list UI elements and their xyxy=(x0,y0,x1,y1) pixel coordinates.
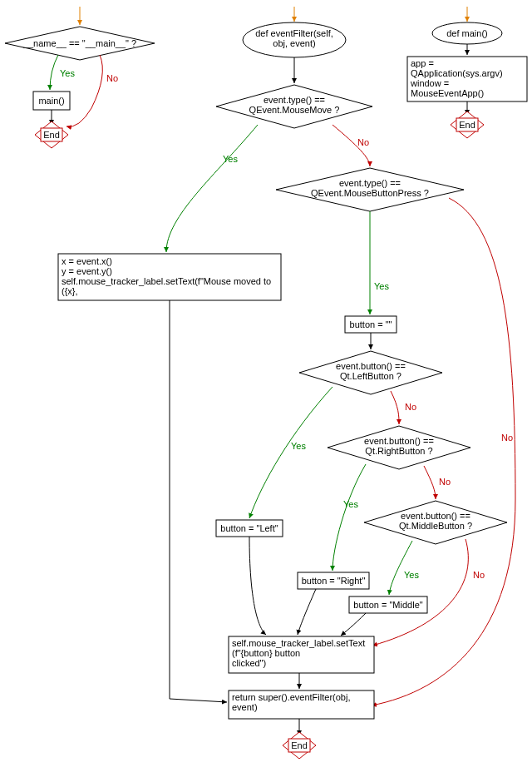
edge-mm-yes xyxy=(166,125,258,252)
edge-br-set xyxy=(298,589,316,635)
settext-text: self.mouse_tracker_label.setText (f"{but… xyxy=(232,638,371,668)
edge-label-no: No xyxy=(106,73,118,83)
process-body-text: app = QApplication(sys.argv) window = Mo… xyxy=(411,58,524,100)
edge-move-ret xyxy=(170,300,227,702)
edge-mid-no xyxy=(372,539,468,646)
btn-left-text: button = "Left" xyxy=(220,523,278,533)
edge-mbp-no-label: No xyxy=(501,433,513,443)
edge-mbp-yes-label: Yes xyxy=(374,281,389,291)
edge-bm-set xyxy=(341,613,366,636)
decision-mbp-text: event.type() == QEvent.MouseButtonPress … xyxy=(309,178,431,198)
decision-right-text: event.button() == Qt.RightButton ? xyxy=(354,436,444,456)
flowchart-1: __name__ == "__main__" ? Yes main() No E… xyxy=(5,7,155,148)
edge-right-yes xyxy=(332,464,366,571)
edge-yes-1 xyxy=(50,55,58,90)
edge-label-yes: Yes xyxy=(60,68,75,78)
edge-mm-yes-label: Yes xyxy=(223,154,238,164)
end-label-3: End xyxy=(459,120,475,130)
edge-right-no xyxy=(424,466,436,499)
btn-init-text: button = "" xyxy=(350,319,392,329)
flowchart-2: def eventFilter(self, obj, event) event.… xyxy=(58,7,515,759)
edge-left-no-label: No xyxy=(405,402,416,412)
edge-mid-yes xyxy=(389,541,412,595)
decision-mid-text: event.button() == Qt.MiddleButton ? xyxy=(391,511,480,531)
edge-mm-no-label: No xyxy=(357,137,369,147)
edge-mid-yes-label: Yes xyxy=(404,570,419,580)
terminal-ef-text: def eventFilter(self, obj, event) xyxy=(249,28,339,48)
decision-mm-text: event.type() == QEvent.MouseMove ? xyxy=(243,95,346,115)
edge-left-yes-label: Yes xyxy=(291,441,306,451)
edge-right-yes-label: Yes xyxy=(343,499,358,509)
end-label-1: End xyxy=(43,130,60,140)
decision-label: __name__ == "__main__" ? xyxy=(22,38,136,48)
terminal-label: def main() xyxy=(446,28,488,38)
decision-left-text: event.button() == Qt.LeftButton ? xyxy=(326,361,416,381)
edge-left-yes xyxy=(249,387,332,518)
return-text: return super().eventFilter(obj, event) xyxy=(232,692,371,712)
edge-right-no-label: No xyxy=(439,477,451,487)
process-label: main() xyxy=(38,96,64,106)
edge-left-no xyxy=(391,391,399,424)
btn-mid-text: button = "Middle" xyxy=(353,600,422,610)
process-move-text: x = event.x() y = event.y() self.mouse_t… xyxy=(62,256,278,298)
btn-right-text: button = "Right" xyxy=(302,576,366,586)
edge-mid-no-label: No xyxy=(473,570,485,580)
flowchart-3: def main() app = QApplication(sys.argv) … xyxy=(407,7,527,138)
edge-bl-set xyxy=(249,537,266,635)
edge-no-1 xyxy=(66,55,102,126)
end-label-2: End xyxy=(291,740,308,750)
